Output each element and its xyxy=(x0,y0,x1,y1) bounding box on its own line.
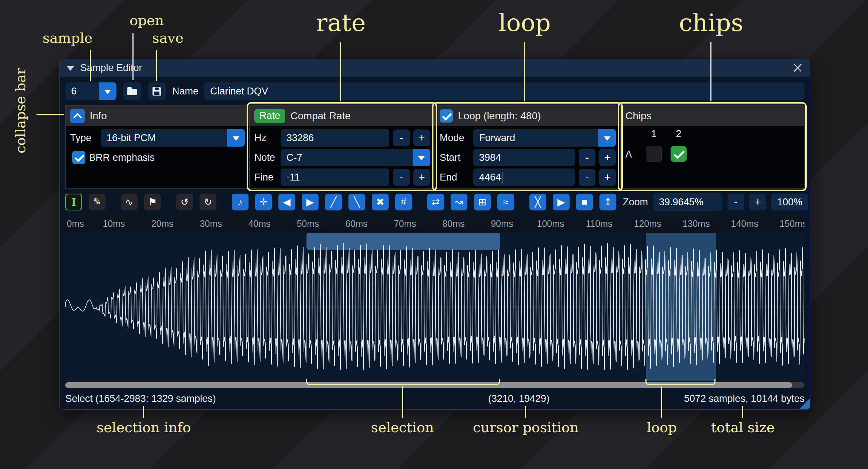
waveform-marker-icon: ∿ xyxy=(125,197,134,207)
arrow-left-icon: ◀ xyxy=(283,197,291,207)
loop-end-minus-button[interactable]: - xyxy=(579,169,595,186)
pencil-icon: ✎ xyxy=(93,197,101,207)
scrollbar-thumb[interactable] xyxy=(65,382,792,388)
play-button[interactable]: ▶ xyxy=(553,194,570,210)
trim-button[interactable]: # xyxy=(395,194,412,210)
annotation-selection-label: selection xyxy=(371,419,434,435)
ruler-tick-label: 20ms xyxy=(151,218,173,229)
fine-label: Fine xyxy=(254,172,277,183)
chevron-down-icon xyxy=(104,90,111,97)
edit-cursor-button[interactable]: I xyxy=(65,194,82,210)
chip-a1-checkbox[interactable] xyxy=(646,146,662,162)
loop-enable-checkbox[interactable] xyxy=(440,109,453,123)
sample-number-dropdown-button[interactable] xyxy=(99,82,116,100)
loop-end-plus-button[interactable]: + xyxy=(599,169,616,186)
zoom-in-button[interactable]: + xyxy=(749,194,766,210)
type-select[interactable]: 16-bit PCM xyxy=(101,129,245,147)
chevron-up-icon xyxy=(73,113,82,121)
ibeam-cursor-icon: I xyxy=(72,197,76,207)
redo-button[interactable]: ↻ xyxy=(200,194,216,210)
sample-row: 6 Name Clarinet DQV xyxy=(65,82,805,100)
seek-forward-button[interactable]: ▶ xyxy=(302,194,319,210)
play-icon: ▶ xyxy=(558,197,565,207)
loop-mode-select[interactable]: Forward xyxy=(473,129,616,147)
note-dropdown-button[interactable] xyxy=(413,149,430,166)
chip-column-2-label: 2 xyxy=(674,128,683,140)
ruler-tick-label: 60ms xyxy=(345,218,367,229)
resize-handle[interactable] xyxy=(799,398,810,409)
waveform-view[interactable] xyxy=(65,233,805,381)
fine-input[interactable]: -11 xyxy=(281,168,389,186)
loop-start-value: 3984 xyxy=(479,152,501,163)
loop-start-input[interactable]: 3984 xyxy=(473,149,575,166)
open-button[interactable] xyxy=(123,82,141,100)
fine-plus-button[interactable]: + xyxy=(413,169,430,186)
save-button[interactable] xyxy=(148,82,166,100)
type-dropdown-button[interactable] xyxy=(227,129,245,147)
hz-input[interactable]: 33286 xyxy=(281,129,389,147)
filter-button[interactable]: ≈ xyxy=(497,194,514,210)
flag-waveform-button[interactable]: ⚑ xyxy=(144,194,161,210)
move-tool-button[interactable]: ✛ xyxy=(255,194,272,210)
status-bar: Select (1654-2983: 1329 samples) (3210, … xyxy=(60,390,810,407)
hz-minus-button[interactable]: - xyxy=(393,129,410,146)
preview-sound-button[interactable]: ♪ xyxy=(232,194,248,210)
undo-button[interactable]: ↺ xyxy=(176,194,193,210)
annotation-cursor-position-label: cursor position xyxy=(473,419,579,435)
note-select[interactable]: C-7 xyxy=(281,149,430,166)
marker-waveform-button[interactable]: ∿ xyxy=(121,194,138,210)
info-panel-title: Info xyxy=(90,110,107,122)
arrow-right-icon: ▶ xyxy=(306,197,314,207)
rate-button[interactable]: Rate xyxy=(254,109,285,123)
annotation-loop-label: loop xyxy=(499,9,551,37)
loop-mode-dropdown-button[interactable] xyxy=(598,129,616,147)
loop-panel-title: Loop (length: 480) xyxy=(458,110,541,122)
stop-button[interactable]: ■ xyxy=(576,194,593,210)
zoom-input[interactable]: 39.9645% xyxy=(653,193,722,211)
annotation-chips-label: chips xyxy=(679,9,744,37)
sample-number-select[interactable]: 6 xyxy=(65,82,116,100)
fade-out-icon: ╲ xyxy=(354,197,360,207)
crossfade-button[interactable]: ╳ xyxy=(529,194,546,210)
stop-icon: ■ xyxy=(582,197,587,207)
insert-silence-button[interactable]: ⊞ xyxy=(474,194,491,210)
ruler-tick-label: 10ms xyxy=(103,218,125,229)
chips-panel-header: Chips xyxy=(621,106,804,126)
brr-emphasis-checkbox[interactable] xyxy=(72,151,85,164)
name-input[interactable]: Clarinet DQV xyxy=(204,82,805,100)
zoom-reset-button[interactable]: 100% xyxy=(771,194,808,210)
chevron-down-icon xyxy=(604,136,610,144)
ruler-tick-label: 100ms xyxy=(537,218,564,229)
horizontal-scrollbar[interactable] xyxy=(65,382,805,388)
titlebar[interactable]: Sample Editor xyxy=(60,59,810,77)
reverse-button[interactable]: ⇄ xyxy=(427,194,444,210)
resample-wave-icon: ↝ xyxy=(455,197,463,207)
chip-a2-checkbox[interactable] xyxy=(671,146,687,162)
note-label: Note xyxy=(254,152,277,163)
draw-mode-button[interactable]: ✎ xyxy=(89,194,105,210)
resample-button[interactable]: ↝ xyxy=(451,194,467,210)
delete-selection-button[interactable]: ✖ xyxy=(372,194,389,210)
hz-plus-button[interactable]: + xyxy=(413,129,430,146)
window-collapse-icon[interactable] xyxy=(66,66,74,75)
zoom-out-button[interactable]: - xyxy=(728,194,744,210)
annotation-collapse-bar-label: collapse bar xyxy=(12,68,28,154)
close-icon[interactable] xyxy=(792,62,803,74)
time-ruler[interactable]: 0ms10ms20ms30ms40ms50ms60ms70ms80ms90ms1… xyxy=(65,216,805,232)
ruler-tick-label: 110ms xyxy=(586,218,612,229)
upload-icon: ↥ xyxy=(604,197,612,207)
zoom-controls: Zoom 39.9645% - + 100% xyxy=(623,193,808,211)
loop-end-input[interactable]: 4464 xyxy=(473,168,575,186)
seek-back-button[interactable]: ◀ xyxy=(278,194,295,210)
fade-out-button[interactable]: ╲ xyxy=(348,194,365,210)
loop-start-minus-button[interactable]: - xyxy=(579,149,595,166)
loop-start-plus-button[interactable]: + xyxy=(599,149,616,166)
loop-panel-header: Loop (length: 480) xyxy=(435,106,620,126)
fine-minus-button[interactable]: - xyxy=(393,169,410,186)
collapse-panel-button[interactable] xyxy=(70,109,85,123)
fade-in-button[interactable]: ╱ xyxy=(325,194,342,210)
cross-lines-icon: ╳ xyxy=(535,197,541,207)
info-panel-header[interactable]: Info xyxy=(66,106,249,126)
rate-panel-header: Rate Compat Rate xyxy=(250,106,435,126)
export-button[interactable]: ↥ xyxy=(599,194,616,210)
